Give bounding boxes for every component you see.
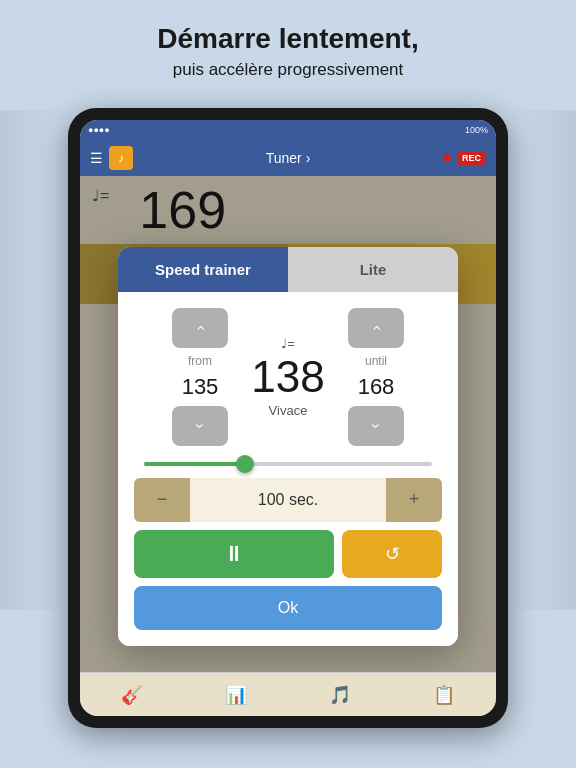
guitar-right-decoration (508, 110, 576, 610)
app-toolbar: ☰ ♪ Tuner › REC (80, 140, 496, 176)
from-down-button[interactable]: › (172, 406, 228, 446)
device-screen: ●●●● 100% ☰ ♪ Tuner › REC ♩= 169 (80, 120, 496, 716)
nav-music-icon[interactable]: 🎵 (318, 673, 362, 717)
speed-slider-fill (144, 462, 245, 466)
timer-plus-button[interactable]: + (386, 478, 442, 522)
speed-slider-thumb[interactable] (236, 455, 254, 473)
reset-button[interactable]: ↺ (342, 530, 442, 578)
note-equals-icon: ♩= (281, 336, 295, 351)
status-bar-left: ●●●● (88, 125, 110, 135)
app-content: ♩= 169 Speed trainer Lite (80, 176, 496, 716)
ok-button[interactable]: Ok (134, 586, 442, 630)
app-bottom-nav: 🎸 📊 🎵 📋 (80, 672, 496, 716)
modal-overlay: Speed trainer Lite › from (80, 176, 496, 716)
logo-note: ♪ (118, 151, 124, 165)
current-bpm-value: 138 (251, 355, 324, 399)
from-down-arrow-icon: › (191, 423, 209, 428)
center-bpm-display: ♩= 138 Vivace (248, 336, 328, 418)
from-label: from (188, 354, 212, 368)
from-up-arrow-icon: › (191, 325, 209, 330)
page-header: Démarre lentement, puis accélère progres… (0, 0, 576, 96)
from-column: › from 135 › (172, 308, 228, 446)
headline-sub: puis accélère progressivement (20, 60, 556, 80)
nav-stats-icon[interactable]: 📊 (214, 673, 258, 717)
until-column: › until 168 › (348, 308, 404, 446)
until-down-button[interactable]: › (348, 406, 404, 446)
from-up-button[interactable]: › (172, 308, 228, 348)
until-down-arrow-icon: › (367, 423, 385, 428)
rec-badge[interactable]: REC (457, 151, 486, 165)
until-label: until (365, 354, 387, 368)
speed-slider-track (144, 462, 432, 466)
menu-icon[interactable]: ☰ (90, 150, 103, 166)
tempo-name: Vivace (269, 403, 308, 418)
from-value: 135 (175, 374, 225, 400)
modal-body: › from 135 › ♩= 138 (118, 292, 458, 646)
tab-lite[interactable]: Lite (288, 247, 458, 292)
timer-display: 100 sec. (190, 478, 386, 522)
app-logo: ♪ (109, 146, 133, 170)
nav-library-icon[interactable]: 📋 (422, 673, 466, 717)
status-bar: ●●●● 100% (80, 120, 496, 140)
device-frame: ●●●● 100% ☰ ♪ Tuner › REC ♩= 169 (68, 108, 508, 728)
toolbar-left: ☰ ♪ (90, 146, 133, 170)
until-up-button[interactable]: › (348, 308, 404, 348)
action-buttons-row: ⏸ ↺ (134, 530, 442, 578)
timer-minus-button[interactable]: − (134, 478, 190, 522)
speed-slider-row (134, 454, 442, 470)
until-up-arrow-icon: › (367, 325, 385, 330)
rec-dot (443, 154, 451, 162)
reset-icon: ↺ (385, 543, 400, 565)
status-bar-right: 100% (465, 125, 488, 135)
headline-bold: Démarre lentement, (20, 22, 556, 56)
pause-play-button[interactable]: ⏸ (134, 530, 334, 578)
guitar-left-decoration (0, 110, 68, 610)
toolbar-right: REC (443, 151, 486, 165)
pause-icon: ⏸ (223, 541, 245, 567)
speed-trainer-modal: Speed trainer Lite › from (118, 247, 458, 646)
tab-speed-trainer[interactable]: Speed trainer (118, 247, 288, 292)
timer-row: − 100 sec. + (134, 478, 442, 522)
toolbar-title[interactable]: Tuner › (141, 150, 435, 166)
carrier-text: ●●●● (88, 125, 110, 135)
until-value: 168 (351, 374, 401, 400)
modal-tabs: Speed trainer Lite (118, 247, 458, 292)
speed-controls: › from 135 › ♩= 138 (134, 308, 442, 446)
nav-tuner-icon[interactable]: 🎸 (110, 673, 154, 717)
